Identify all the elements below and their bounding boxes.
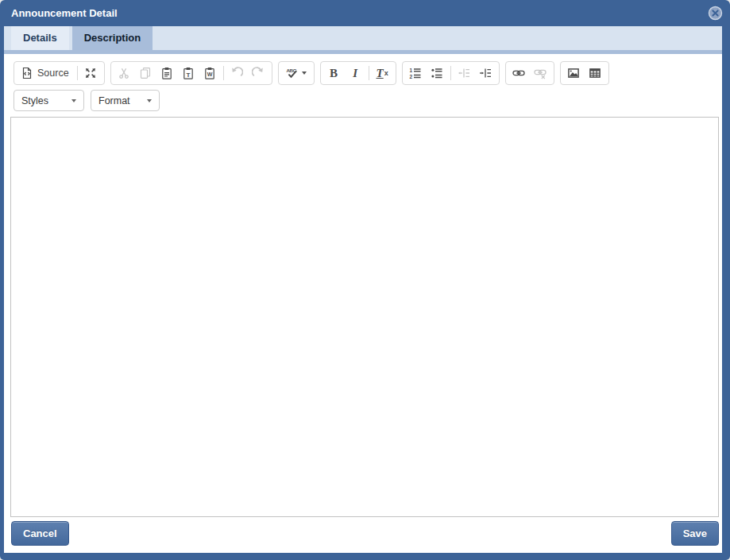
description-tab-panel: Source [4, 54, 722, 553]
editor-toolbar-row1: Source [4, 61, 722, 85]
indent-button[interactable] [475, 63, 496, 83]
cut-button[interactable] [114, 63, 135, 83]
numbered-list-button[interactable]: 1 2 [405, 63, 427, 83]
clipboard-icon [160, 67, 173, 79]
italic-button[interactable]: I [345, 63, 366, 83]
chevron-down-icon [71, 99, 76, 102]
paste-as-text-button[interactable]: T [178, 63, 199, 83]
toolbar-group-links [505, 61, 554, 85]
svg-text:T: T [187, 71, 191, 79]
bold-letter-icon: B [330, 68, 338, 79]
toolbar-group-clipboard: T W [110, 61, 272, 85]
toolbar-group-basicstyles: B I Tx [320, 61, 396, 85]
source-button-label: Source [37, 68, 69, 79]
paste-button[interactable] [156, 63, 178, 83]
source-button[interactable]: Source [17, 63, 75, 83]
tab-bar: Details Description [4, 26, 722, 50]
tab-details[interactable]: Details [11, 26, 69, 50]
close-icon[interactable] [708, 6, 723, 21]
svg-text:2: 2 [410, 74, 413, 79]
dialog-titlebar: Announcement Detail [0, 0, 730, 26]
chain-link-icon [512, 67, 525, 79]
bulleted-list-button[interactable] [427, 63, 448, 83]
dialog-body: Details Description Source [4, 26, 722, 553]
undo-arrow-icon [230, 67, 243, 79]
outdent-icon [458, 67, 470, 79]
outdent-button[interactable] [454, 63, 475, 83]
broken-chain-icon [534, 67, 547, 79]
spell-check-button[interactable]: ABC [281, 63, 311, 83]
toolbar-group-insert [560, 61, 609, 85]
remove-format-button[interactable]: Tx [372, 63, 393, 83]
chevron-down-icon [302, 71, 307, 75]
unlink-button[interactable] [530, 63, 551, 83]
bold-button[interactable]: B [323, 63, 345, 83]
scissors-icon [118, 67, 130, 79]
chevron-down-icon [147, 99, 152, 102]
picture-icon [567, 67, 580, 79]
toolbar-group-spellcheck: ABC [278, 61, 315, 85]
table-grid-icon [589, 67, 601, 79]
save-button[interactable]: Save [671, 521, 719, 546]
link-button[interactable] [508, 63, 530, 83]
italic-letter-icon: I [353, 68, 357, 79]
format-dropdown[interactable]: Format [91, 90, 160, 111]
cancel-button[interactable]: Cancel [11, 521, 69, 546]
toolbar-group-document: Source [14, 61, 105, 85]
svg-text:1: 1 [410, 68, 413, 73]
toolbar-separator [450, 66, 451, 80]
styles-dropdown[interactable]: Styles [14, 90, 84, 111]
maximize-button[interactable] [80, 63, 102, 83]
format-dropdown-label: Format [98, 95, 130, 106]
numbered-list-icon: 1 2 [409, 67, 422, 79]
indent-icon [479, 67, 492, 79]
redo-button[interactable] [248, 63, 269, 83]
maximize-arrows-icon [84, 67, 97, 79]
tx-icon: T [377, 68, 384, 79]
toolbar-separator [369, 66, 369, 80]
toolbar-group-lists: 1 2 [402, 61, 500, 85]
clipboard-word-icon: W [203, 67, 216, 79]
svg-text:W: W [207, 71, 213, 77]
clipboard-text-icon: T [182, 67, 195, 79]
styles-dropdown-label: Styles [21, 95, 48, 106]
paste-from-word-button[interactable]: W [199, 63, 221, 83]
toolbar-separator [223, 66, 224, 80]
abc-check-icon: ABC [286, 67, 299, 79]
dialog-title: Announcement Detail [11, 7, 118, 19]
editor-toolbar-row2: Styles Format [4, 90, 722, 111]
redo-arrow-icon [252, 67, 265, 79]
insert-image-button[interactable] [563, 63, 585, 83]
announcement-detail-dialog: Announcement Detail Details Description [0, 0, 730, 560]
tab-description[interactable]: Description [72, 26, 153, 50]
source-code-icon [21, 67, 33, 79]
insert-table-button[interactable] [585, 63, 606, 83]
copy-pages-icon [139, 67, 152, 79]
undo-button[interactable] [226, 63, 248, 83]
dialog-footer: Cancel Save [4, 517, 722, 553]
rich-text-editing-area[interactable] [10, 117, 719, 517]
copy-button[interactable] [135, 63, 156, 83]
bulleted-list-icon [431, 67, 443, 79]
toolbar-separator [77, 66, 78, 80]
